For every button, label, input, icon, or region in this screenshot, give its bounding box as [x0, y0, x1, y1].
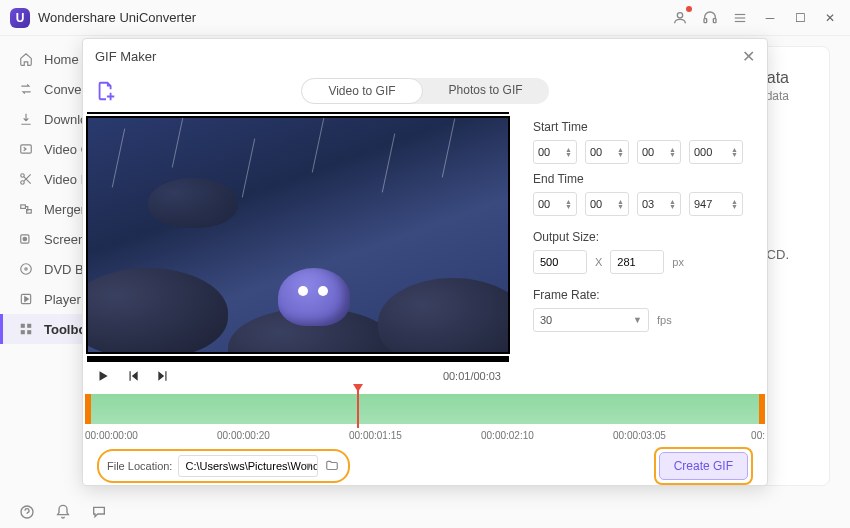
converter-icon	[18, 81, 34, 97]
close-icon[interactable]: ✕	[742, 47, 755, 66]
grid-icon	[18, 321, 34, 337]
fps-unit: fps	[657, 314, 672, 326]
bg-text: CD.	[767, 247, 789, 262]
svg-rect-19	[27, 330, 31, 334]
disc-icon	[18, 261, 34, 277]
notification-dot-icon	[686, 6, 692, 12]
gif-maker-dialog: GIF Maker ✕ Video to GIF Photos to GIF	[82, 38, 768, 486]
timeline-ticks: 00:00:00:00 00:00:00:20 00:00:01:15 00:0…	[85, 428, 765, 441]
next-frame-button[interactable]	[155, 368, 171, 384]
svg-rect-1	[704, 18, 707, 22]
frame-rate-select[interactable]: 30▼	[533, 308, 649, 332]
start-ms-input[interactable]: 000▲▼	[689, 140, 743, 164]
start-seconds-input[interactable]: 00▲▼	[637, 140, 681, 164]
start-minutes-input[interactable]: 00▲▼	[585, 140, 629, 164]
download-icon	[18, 111, 34, 127]
app-title: Wondershare UniConverter	[38, 10, 670, 25]
end-seconds-input[interactable]: 03▲▼	[637, 192, 681, 216]
sidebar-item-label: Home	[44, 52, 79, 67]
svg-rect-9	[21, 205, 26, 209]
title-bar: U Wondershare UniConverter ─ ☐ ✕	[0, 0, 850, 36]
player-controls: 00:01/00:03	[85, 362, 511, 390]
end-hours-input[interactable]: 00▲▼	[533, 192, 577, 216]
account-icon[interactable]	[670, 8, 690, 28]
sidebar-item-label: Player	[44, 292, 81, 307]
bell-icon[interactable]	[54, 503, 72, 521]
home-icon	[18, 51, 34, 67]
menu-icon[interactable]	[730, 8, 750, 28]
merger-icon	[18, 201, 34, 217]
window-minimize-button[interactable]: ─	[760, 8, 780, 28]
svg-point-12	[23, 237, 27, 241]
play-icon	[18, 291, 34, 307]
record-icon	[18, 231, 34, 247]
play-button[interactable]	[95, 368, 111, 384]
scissors-icon	[18, 171, 34, 187]
dialog-title: GIF Maker	[95, 49, 156, 64]
browse-folder-icon[interactable]	[324, 459, 340, 473]
trim-handle-left[interactable]	[85, 394, 91, 424]
start-time-label: Start Time	[533, 120, 753, 134]
create-gif-button[interactable]: Create GIF	[659, 452, 748, 480]
window-close-button[interactable]: ✕	[820, 8, 840, 28]
bottom-bar	[0, 496, 850, 528]
svg-rect-2	[713, 18, 716, 22]
file-location-label: File Location:	[107, 460, 172, 472]
compress-icon	[18, 141, 34, 157]
size-separator: X	[595, 256, 602, 268]
app-logo-icon: U	[10, 8, 30, 28]
timecode-label: 00:01/00:03	[443, 370, 501, 382]
end-ms-input[interactable]: 947▲▼	[689, 192, 743, 216]
frame-rate-label: Frame Rate:	[533, 288, 753, 302]
start-hours-input[interactable]: 00▲▼	[533, 140, 577, 164]
svg-point-0	[677, 12, 682, 17]
svg-rect-18	[21, 330, 25, 334]
sidebar-item-label: Merger	[44, 202, 85, 217]
svg-rect-16	[21, 324, 25, 328]
feedback-icon[interactable]	[90, 503, 108, 521]
tab-photos-to-gif[interactable]: Photos to GIF	[423, 78, 549, 104]
svg-rect-17	[27, 324, 31, 328]
svg-point-13	[21, 264, 32, 275]
add-file-icon[interactable]	[95, 80, 117, 102]
svg-point-14	[25, 268, 27, 270]
file-location-group: File Location: C:\Users\ws\Pictures\Wond…	[97, 449, 350, 483]
video-preview[interactable]	[86, 116, 510, 354]
help-icon[interactable]	[18, 503, 36, 521]
playhead[interactable]	[357, 388, 359, 428]
headset-icon[interactable]	[700, 8, 720, 28]
end-time-label: End Time	[533, 172, 753, 186]
output-width-input[interactable]	[533, 250, 587, 274]
svg-point-7	[21, 174, 25, 178]
file-location-select[interactable]: C:\Users\ws\Pictures\Wonders ▼	[178, 455, 318, 477]
timeline-track[interactable]	[85, 394, 765, 424]
output-size-label: Output Size:	[533, 230, 753, 244]
trim-handle-right[interactable]	[759, 394, 765, 424]
svg-point-8	[21, 181, 25, 185]
mode-tabs: Video to GIF Photos to GIF	[301, 78, 548, 104]
prev-frame-button[interactable]	[125, 368, 141, 384]
preview-creature	[278, 268, 350, 326]
px-unit: px	[672, 256, 684, 268]
end-minutes-input[interactable]: 00▲▼	[585, 192, 629, 216]
tab-video-to-gif[interactable]: Video to GIF	[301, 78, 422, 104]
window-maximize-button[interactable]: ☐	[790, 8, 810, 28]
output-height-input[interactable]	[610, 250, 664, 274]
